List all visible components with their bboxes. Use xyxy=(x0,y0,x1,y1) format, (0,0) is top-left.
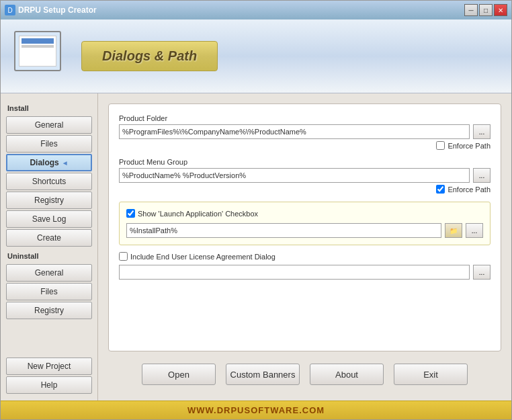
sidebar-item-u-general[interactable]: General xyxy=(6,264,92,282)
show-launch-checkbox[interactable] xyxy=(126,209,135,218)
install-path-browse-button[interactable]: ... xyxy=(466,223,483,238)
sidebar-item-shortcuts[interactable]: Shortcuts xyxy=(6,173,92,190)
footer-text: WWW.DRPUSOFTWARE.COM xyxy=(187,405,325,415)
enforce-path-1-checkbox[interactable] xyxy=(436,141,445,150)
sidebar-item-registry[interactable]: Registry xyxy=(6,192,92,209)
product-folder-browse-button[interactable]: ... xyxy=(473,124,490,139)
monitor-screen xyxy=(19,36,56,67)
main-window: D DRPU Setup Creator ─ □ ✕ Dialogs & Pat… xyxy=(0,0,512,420)
sidebar-item-files[interactable]: Files xyxy=(6,135,92,153)
show-launch-label: Show 'Launch Application' Checkbox xyxy=(138,210,258,218)
sidebar: Install General Files Dialogs Shortcuts … xyxy=(1,93,98,401)
sidebar-item-general[interactable]: General xyxy=(6,116,92,134)
product-folder-group: Product Folder ... Enforce Path xyxy=(119,114,490,150)
enforce-path-2-row: Enforce Path xyxy=(119,185,490,194)
install-path-input[interactable] xyxy=(126,223,441,238)
main-content: Dialogs & Path Install General Files Dia… xyxy=(1,19,511,419)
product-menu-input[interactable] xyxy=(119,168,470,183)
eula-path-row: ... xyxy=(119,265,490,280)
sidebar-item-create[interactable]: Create xyxy=(6,229,92,247)
restore-button[interactable]: □ xyxy=(479,4,493,16)
enforce-path-1-row: Enforce Path xyxy=(119,141,490,150)
product-folder-row: ... xyxy=(119,124,490,139)
exit-button[interactable]: Exit xyxy=(394,364,468,385)
eula-section: Include End User License Agreement Dialo… xyxy=(119,252,490,280)
open-button[interactable]: Open xyxy=(142,364,216,385)
eula-checkbox[interactable] xyxy=(119,252,128,261)
app-logo xyxy=(14,31,68,81)
eula-path-input[interactable] xyxy=(119,265,470,280)
eula-checkbox-row: Include End User License Agreement Dialo… xyxy=(119,252,490,261)
right-panel: Product Folder ... Enforce Path Product … xyxy=(98,93,511,401)
minimize-button[interactable]: ─ xyxy=(464,4,478,16)
product-menu-row: ... xyxy=(119,168,490,183)
install-section-label: Install xyxy=(7,104,91,112)
app-icon-small: D xyxy=(5,5,15,15)
custom-banners-button[interactable]: Custom Banners xyxy=(226,364,300,385)
product-menu-group: Product Menu Group ... Enforce Path xyxy=(119,158,490,194)
eula-label: Include End User License Agreement Dialo… xyxy=(130,253,275,261)
product-menu-browse-button[interactable]: ... xyxy=(473,168,490,183)
about-button[interactable]: About xyxy=(310,364,384,385)
product-folder-label: Product Folder xyxy=(119,114,490,122)
launch-app-section: Show 'Launch Application' Checkbox 📁 ... xyxy=(119,202,490,245)
header-area: Dialogs & Path xyxy=(1,19,511,93)
sidebar-item-u-files[interactable]: Files xyxy=(6,283,92,300)
body-area: Install General Files Dialogs Shortcuts … xyxy=(1,93,511,401)
page-title: Dialogs & Path xyxy=(81,41,218,71)
install-path-row: 📁 ... xyxy=(126,223,483,238)
install-path-folder-button[interactable]: 📁 xyxy=(445,223,462,238)
footer-bar: WWW.DRPUSOFTWARE.COM xyxy=(1,401,511,419)
new-project-button[interactable]: New Project xyxy=(6,358,92,375)
help-button[interactable]: Help xyxy=(6,376,92,394)
enforce-path-2-label: Enforce Path xyxy=(447,185,490,194)
enforce-path-1-label: Enforce Path xyxy=(447,142,490,150)
close-button[interactable]: ✕ xyxy=(494,4,507,16)
uninstall-section-label: Uninstall xyxy=(7,252,91,260)
sidebar-item-savelog[interactable]: Save Log xyxy=(6,210,92,228)
title-bar: D DRPU Setup Creator ─ □ ✕ xyxy=(1,1,511,19)
sidebar-item-u-registry[interactable]: Registry xyxy=(6,302,92,319)
bottom-buttons: Open Custom Banners About Exit xyxy=(108,358,501,390)
show-launch-row: Show 'Launch Application' Checkbox xyxy=(126,209,483,218)
window-controls: ─ □ ✕ xyxy=(464,4,507,16)
product-menu-label: Product Menu Group xyxy=(119,158,490,166)
sidebar-item-dialogs[interactable]: Dialogs xyxy=(6,154,92,171)
monitor-icon xyxy=(14,31,61,71)
enforce-path-2-checkbox[interactable] xyxy=(436,185,445,194)
window-title: DRPU Setup Creator xyxy=(18,5,464,15)
eula-browse-button[interactable]: ... xyxy=(473,265,490,280)
form-area: Product Folder ... Enforce Path Product … xyxy=(108,103,501,351)
product-folder-input[interactable] xyxy=(119,124,470,139)
